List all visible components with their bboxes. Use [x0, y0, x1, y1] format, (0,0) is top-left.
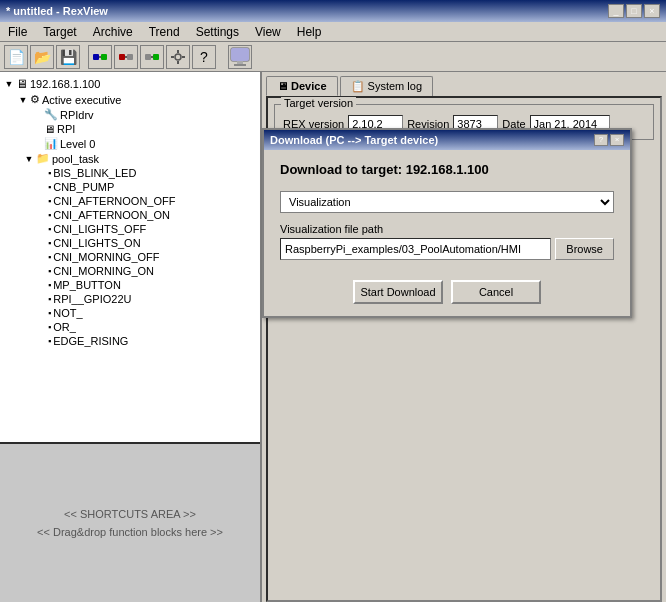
- leaf-icon: ▪: [48, 280, 51, 290]
- svg-rect-11: [177, 61, 179, 64]
- browse-button[interactable]: Browse: [555, 238, 614, 260]
- list-item[interactable]: ▪ OR_: [4, 320, 256, 334]
- dialog-title: Download (PC --> Target device): [270, 134, 438, 146]
- minimize-button[interactable]: _: [608, 4, 624, 18]
- menu-archive[interactable]: Archive: [89, 25, 137, 39]
- tree-level0[interactable]: 📊 Level 0: [4, 136, 256, 151]
- svg-rect-12: [171, 56, 174, 58]
- save-button[interactable]: 💾: [56, 45, 80, 69]
- leaf-icon: ▪: [48, 266, 51, 276]
- left-panel: ▼ 🖥 192.168.1.100 ▼ ⚙ Active executive 🔧…: [0, 72, 262, 602]
- upload-button[interactable]: [114, 45, 138, 69]
- rpidrv-label: RPIdrv: [60, 109, 94, 121]
- expand-ae-icon[interactable]: ▼: [18, 95, 28, 105]
- leaf-icon: ▪: [48, 336, 51, 346]
- expand-pool-icon[interactable]: ▼: [24, 154, 34, 164]
- leaf-icon: ▪: [48, 294, 51, 304]
- level0-icon: 📊: [44, 137, 58, 150]
- dialog-help-btn[interactable]: ?: [594, 134, 608, 146]
- tree-rpidrv[interactable]: 🔧 RPIdrv: [4, 107, 256, 122]
- tab-system-log[interactable]: 📋 System log: [340, 76, 433, 96]
- device-icon: 🖥: [277, 80, 291, 92]
- list-item[interactable]: ▪ CNI_AFTERNOON_OFF: [4, 194, 256, 208]
- syslog-icon: 📋: [351, 80, 368, 92]
- list-item[interactable]: ▪ RPI__GPIO22U: [4, 292, 256, 306]
- svg-rect-17: [234, 64, 246, 66]
- menu-settings[interactable]: Settings: [192, 25, 243, 39]
- tabs-bar: 🖥 Device 📋 System log: [262, 72, 666, 96]
- dialog-type-select[interactable]: Visualization: [280, 191, 614, 213]
- list-item[interactable]: ▪ BIS_BLINK_LED: [4, 166, 256, 180]
- shortcuts-line2: << Drag&drop function blocks here >>: [37, 526, 223, 538]
- menu-view[interactable]: View: [251, 25, 285, 39]
- svg-rect-6: [145, 54, 151, 60]
- open-button[interactable]: 📂: [30, 45, 54, 69]
- leaf-icon: ▪: [48, 308, 51, 318]
- list-item[interactable]: ▪ MP_BUTTON: [4, 278, 256, 292]
- svg-rect-1: [101, 54, 107, 60]
- tree-pool-task[interactable]: ▼ 📁 pool_task: [4, 151, 256, 166]
- svg-rect-7: [153, 54, 159, 60]
- root-icon: 🖥: [16, 77, 28, 91]
- start-download-button[interactable]: Start Download: [353, 280, 443, 304]
- list-item[interactable]: ▪ CNI_LIGHTS_OFF: [4, 222, 256, 236]
- list-item[interactable]: ▪ CNI_MORNING_OFF: [4, 250, 256, 264]
- file-row: Browse: [280, 238, 614, 260]
- tab-content: Target version REX version Revision Date…: [266, 96, 662, 602]
- ae-icon: ⚙: [30, 93, 40, 106]
- tree-active-executive[interactable]: ▼ ⚙ Active executive: [4, 92, 256, 107]
- dialog-heading: Download to target: 192.168.1.100: [280, 162, 614, 177]
- svg-rect-0: [93, 54, 99, 60]
- menu-trend[interactable]: Trend: [145, 25, 184, 39]
- list-item[interactable]: ▪ CNI_AFTERNOON_ON: [4, 208, 256, 222]
- list-item[interactable]: ▪ NOT_: [4, 306, 256, 320]
- help-button[interactable]: ?: [192, 45, 216, 69]
- list-item[interactable]: ▪ CNI_MORNING_ON: [4, 264, 256, 278]
- connect-button[interactable]: [88, 45, 112, 69]
- cancel-button[interactable]: Cancel: [451, 280, 541, 304]
- window-controls: _ □ ×: [608, 4, 660, 18]
- window-title: * untitled - RexView: [6, 5, 108, 17]
- list-item[interactable]: ▪ CNI_LIGHTS_ON: [4, 236, 256, 250]
- group-label: Target version: [281, 97, 356, 109]
- dialog-title-bar: Download (PC --> Target device) ? ×: [264, 130, 630, 150]
- dialog-controls: ? ×: [594, 134, 624, 146]
- file-path-input[interactable]: [280, 238, 551, 260]
- menu-file[interactable]: File: [4, 25, 31, 39]
- dialog-close-btn[interactable]: ×: [610, 134, 624, 146]
- level0-label: Level 0: [60, 138, 95, 150]
- expand-root-icon[interactable]: ▼: [4, 79, 14, 89]
- pool-task-label: pool_task: [52, 153, 99, 165]
- leaf-icon: ▪: [48, 168, 51, 178]
- leaf-icon: ▪: [48, 196, 51, 206]
- list-item[interactable]: ▪ EDGE_RISING: [4, 334, 256, 348]
- leaf-icon: ▪: [48, 322, 51, 332]
- rpidrv-icon: 🔧: [44, 108, 58, 121]
- expand-rpidrv-icon: [32, 110, 42, 120]
- maximize-button[interactable]: □: [626, 4, 642, 18]
- monitor-button[interactable]: [228, 45, 252, 69]
- dialog-actions: Start Download Cancel: [280, 280, 614, 304]
- right-panel: 🖥 Device 📋 System log Target version REX…: [262, 72, 666, 602]
- tree-rpi[interactable]: 🖥 RPI: [4, 122, 256, 136]
- menu-target[interactable]: Target: [39, 25, 80, 39]
- download-button[interactable]: [140, 45, 164, 69]
- svg-rect-3: [119, 54, 125, 60]
- expand-level0-icon: [32, 139, 42, 149]
- tab-device[interactable]: 🖥 Device: [266, 76, 338, 96]
- leaf-icon: ▪: [48, 224, 51, 234]
- pool-task-icon: 📁: [36, 152, 50, 165]
- expand-rpi-icon: [32, 124, 42, 134]
- ae-label: Active executive: [42, 94, 121, 106]
- new-button[interactable]: 📄: [4, 45, 28, 69]
- menu-help[interactable]: Help: [293, 25, 326, 39]
- rpi-icon: 🖥: [44, 123, 55, 135]
- close-button[interactable]: ×: [644, 4, 660, 18]
- svg-rect-13: [182, 56, 185, 58]
- shortcuts-line1: << SHORTCUTS AREA >>: [64, 508, 196, 520]
- tree-root[interactable]: ▼ 🖥 192.168.1.100: [4, 76, 256, 92]
- leaf-icon: ▪: [48, 210, 51, 220]
- settings-button[interactable]: [166, 45, 190, 69]
- tree-container[interactable]: ▼ 🖥 192.168.1.100 ▼ ⚙ Active executive 🔧…: [0, 72, 260, 442]
- list-item[interactable]: ▪ CNB_PUMP: [4, 180, 256, 194]
